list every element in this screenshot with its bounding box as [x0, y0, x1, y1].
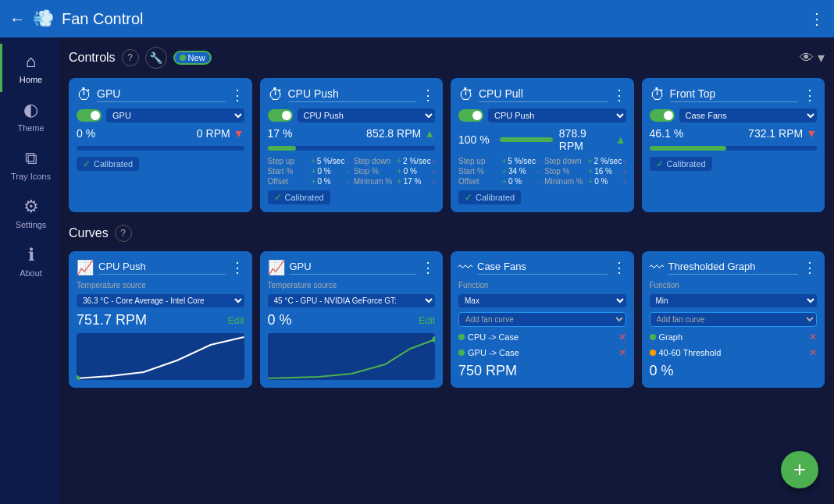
sidebar-item-theme[interactable]: ◐ Theme: [0, 92, 59, 140]
back-button[interactable]: ←: [9, 10, 25, 28]
sidebar-item-about[interactable]: ℹ About: [0, 237, 59, 286]
front-top-gauge-icon: ⏱: [650, 86, 665, 104]
minimum-label: Mininum %: [354, 177, 396, 186]
controls-wrench-button[interactable]: 🔧: [145, 47, 167, 69]
step-down-val: 2 %/sec: [403, 157, 431, 165]
minimum-plus[interactable]: +: [397, 177, 402, 186]
thresholded-curve-menu[interactable]: ⋮: [803, 259, 817, 276]
sidebar-item-settings[interactable]: ⚙ Settings: [0, 189, 59, 237]
cpu-pull-stop-plus[interactable]: +: [588, 167, 593, 176]
cpu-push-toggle[interactable]: [268, 109, 293, 122]
offset-plus[interactable]: +: [312, 177, 316, 186]
front-top-curve-row: Case Fans: [650, 108, 818, 122]
new-badge-dot: [180, 55, 186, 61]
gpu-curve-menu[interactable]: ⋮: [421, 259, 435, 276]
start-minus[interactable]: -: [346, 167, 348, 176]
front-top-curve-select[interactable]: Case Fans: [679, 108, 818, 122]
case-fans-curve-menu[interactable]: ⋮: [612, 259, 626, 276]
thresholded-curve-icon: 〰: [650, 260, 664, 276]
case-fans-link-label-0: CPU -> Case: [468, 332, 519, 342]
cpu-push-curve-name: CPU Push: [98, 261, 226, 275]
sidebar-item-tray-icons[interactable]: ⧉ Tray Icons: [0, 140, 59, 189]
gpu-curve-select[interactable]: GPU: [106, 108, 244, 122]
cpu-pull-start-minus[interactable]: -: [537, 167, 540, 176]
case-fans-link-remove-0[interactable]: ✕: [618, 332, 626, 343]
cpu-pull-slider-fill: [500, 137, 553, 142]
cpu-push-card-header: ⏱ CPU Push ⋮: [268, 86, 436, 104]
cpu-push-calibrated-label: Calibrated: [285, 193, 324, 202]
cpu-pull-start-row: Start % + 34 % -: [458, 167, 540, 176]
curves-help-button[interactable]: ?: [115, 225, 132, 242]
topbar-menu-button[interactable]: ⋮: [809, 9, 825, 28]
curves-title: Curves: [69, 226, 109, 240]
case-fans-func-select[interactable]: Max: [458, 294, 626, 307]
content-area: Controls ? 🔧 New 👁 ▾ ⏱ GPU ⋮ GPU: [59, 37, 834, 504]
cpu-push-card-menu[interactable]: ⋮: [421, 87, 435, 104]
controls-help-button[interactable]: ?: [122, 49, 139, 66]
tray-icon: ⧉: [25, 148, 37, 169]
gpu-card-name: GPU: [97, 87, 226, 102]
gpu-edit-button[interactable]: Edit: [419, 315, 435, 326]
gpu-card-header: ⏱ GPU ⋮: [77, 86, 244, 104]
cpu-pull-step-down-plus[interactable]: +: [588, 157, 593, 165]
visibility-button[interactable]: 👁 ▾: [800, 49, 825, 66]
step-up-minus[interactable]: -: [346, 157, 348, 165]
step-down-plus[interactable]: +: [397, 157, 401, 165]
cpu-pull-offset-val: 0 %: [508, 177, 536, 186]
minimum-minus[interactable]: -: [433, 177, 435, 186]
thresholded-link-remove-1[interactable]: ✕: [809, 347, 817, 358]
gpu-rpm: 0 RPM: [115, 127, 230, 140]
cpu-push-curve-menu[interactable]: ⋮: [230, 259, 244, 276]
offset-minus[interactable]: -: [346, 177, 348, 186]
cpu-pull-step-up-minus[interactable]: -: [537, 157, 540, 165]
cpu-pull-offset-minus[interactable]: -: [537, 177, 540, 186]
gpu-rpm-edit-row: 0 % Edit: [268, 312, 436, 328]
thresholded-link-remove-0[interactable]: ✕: [809, 332, 817, 343]
start-plus[interactable]: +: [312, 167, 316, 176]
case-fans-add-curve-select[interactable]: Add fan curve: [458, 312, 626, 327]
sidebar-item-home[interactable]: ⌂ Home: [0, 44, 59, 92]
cpu-pull-start-plus[interactable]: +: [502, 167, 507, 176]
app-title: Fan Control: [62, 10, 801, 28]
cpu-pull-step-up-row: Step up + 5 %/sec -: [458, 157, 540, 165]
case-fans-rpm-row: 750 RPM: [458, 363, 626, 379]
stop-val: 0 %: [404, 167, 431, 176]
front-top-card-menu[interactable]: ⋮: [803, 87, 817, 104]
case-fans-link-row-1: GPU -> Case ✕: [458, 347, 626, 358]
case-fans-curve-name: Case Fans: [477, 261, 608, 275]
cpu-pull-minimum-minus[interactable]: -: [623, 177, 626, 186]
cpu-push-temp-select[interactable]: 36.3 °C - Core Average - Intel Core: [77, 294, 244, 307]
cpu-pull-step-up-plus[interactable]: +: [501, 157, 506, 165]
thresholded-add-curve-select[interactable]: Add fan curve: [650, 312, 818, 327]
front-top-toggle[interactable]: [650, 109, 675, 122]
gpu-temp-select[interactable]: 45 °C - GPU - NVIDIA GeForce GT:: [268, 294, 436, 307]
step-down-minus[interactable]: -: [433, 157, 435, 165]
cpu-pull-card-header: ⏱ CPU Pull ⋮: [458, 86, 626, 104]
step-up-val: 5 %/sec: [317, 157, 345, 165]
thresholded-func-select[interactable]: Min: [650, 294, 818, 307]
step-up-label: Step up: [268, 157, 309, 165]
cpu-push-edit-button[interactable]: Edit: [228, 315, 244, 326]
cpu-pull-curve-select[interactable]: CPU Push: [488, 108, 626, 122]
gpu-slider: [77, 146, 244, 151]
cpu-pull-step-table: Step up + 5 %/sec - Step down + 2 %/sec …: [458, 157, 626, 186]
cpu-pull-minimum-row: Mininum % + 0 % -: [544, 177, 626, 186]
case-fans-link-remove-1[interactable]: ✕: [618, 347, 626, 358]
cpu-pull-offset-plus[interactable]: +: [502, 177, 507, 186]
cpu-pull-toggle[interactable]: [458, 109, 483, 122]
cpu-pull-calibrated-badge: ✓ Calibrated: [458, 190, 521, 204]
cpu-pull-stop-minus[interactable]: -: [623, 167, 626, 176]
cpu-push-curve-row: CPU Push: [268, 108, 436, 122]
gpu-percent: 0 %: [77, 127, 112, 140]
gpu-toggle[interactable]: [77, 109, 102, 122]
gpu-card-menu[interactable]: ⋮: [230, 87, 244, 104]
stop-plus[interactable]: +: [397, 167, 402, 176]
cpu-pull-card-menu[interactable]: ⋮: [612, 87, 626, 104]
cpu-push-curve-select[interactable]: CPU Push: [298, 108, 436, 122]
cpu-pull-step-down-minus[interactable]: -: [623, 157, 626, 165]
step-up-plus[interactable]: +: [311, 157, 315, 165]
stop-minus[interactable]: -: [433, 167, 435, 176]
cpu-pull-minimum-plus[interactable]: +: [588, 177, 593, 186]
add-fab-button[interactable]: +: [781, 451, 818, 488]
thresholded-link-row-1: 40-60 Threshold ✕: [650, 347, 818, 358]
